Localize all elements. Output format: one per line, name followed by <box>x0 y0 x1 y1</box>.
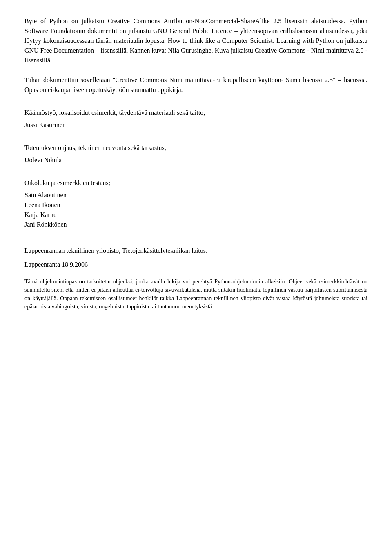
intro-paragraph: Byte of Python on julkaistu Creative Com… <box>24 16 368 65</box>
translation-credits: Käännöstyö, lokalisoidut esimerkit, täyd… <box>24 108 368 130</box>
main-content: Byte of Python on julkaistu Creative Com… <box>24 16 368 311</box>
publication-date: Lappeenranta 18.9.2006 <box>24 260 368 270</box>
technical-credits: Toteutuksen ohjaus, tekninen neuvonta se… <box>24 143 368 165</box>
credits-section: Käännöstyö, lokalisoidut esimerkit, täyd… <box>24 108 368 230</box>
institution-name: Lappeenrannan teknillinen yliopisto, Tie… <box>24 246 368 256</box>
intro-paragraph-block: Byte of Python on julkaistu Creative Com… <box>24 16 368 65</box>
technical-label: Toteutuksen ohjaus, tekninen neuvonta se… <box>24 143 368 153</box>
license-paragraph: Tähän dokumenttiin sovelletaan "Creative… <box>24 75 368 95</box>
proofreading-label: Oikoluku ja esimerkkien testaus; <box>24 178 368 188</box>
translation-label: Käännöstyö, lokalisoidut esimerkit, täyd… <box>24 108 368 118</box>
disclaimer-text: Tämä ohjelmointiopas on tarkoitettu ohje… <box>24 278 368 311</box>
proofreading-names: Satu Alaoutinen Leena Ikonen Katja Karhu… <box>24 190 368 230</box>
footer-section: Lappeenrannan teknillinen yliopisto, Tie… <box>24 246 368 311</box>
license-paragraph-block: Tähän dokumenttiin sovelletaan "Creative… <box>24 75 368 95</box>
technical-name: Uolevi Nikula <box>24 155 368 165</box>
proofreading-credits: Oikoluku ja esimerkkien testaus; Satu Al… <box>24 178 368 230</box>
translation-name: Jussi Kasurinen <box>24 120 368 130</box>
